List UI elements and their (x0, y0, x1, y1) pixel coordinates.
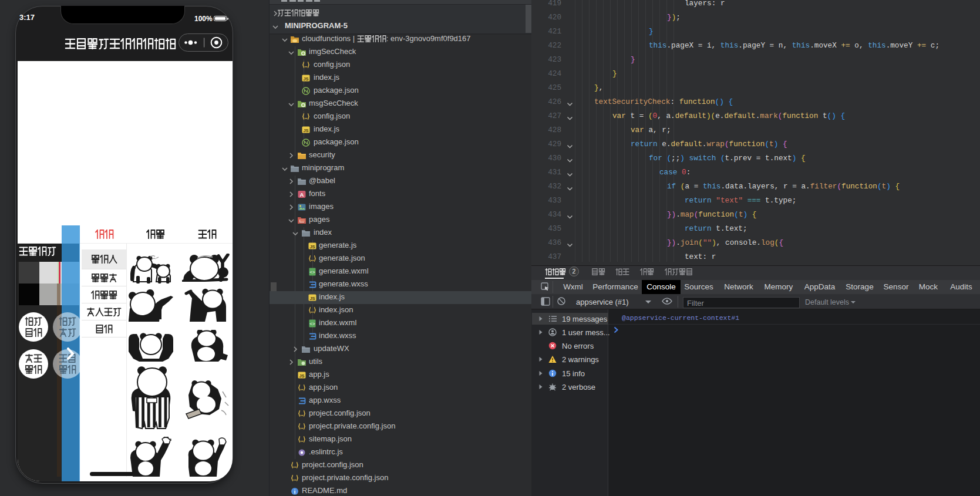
svg-text:JS: JS (303, 128, 308, 133)
svg-text:JS: JS (309, 296, 315, 301)
svg-text:A: A (300, 191, 304, 198)
svg-text:JS: JS (299, 373, 304, 379)
svg-text:<>: <> (309, 269, 315, 275)
svg-text:JS: JS (309, 244, 315, 249)
svg-text:JS: JS (303, 76, 308, 82)
svg-text:<>: <> (309, 321, 315, 326)
svg-text:i: i (294, 489, 296, 495)
